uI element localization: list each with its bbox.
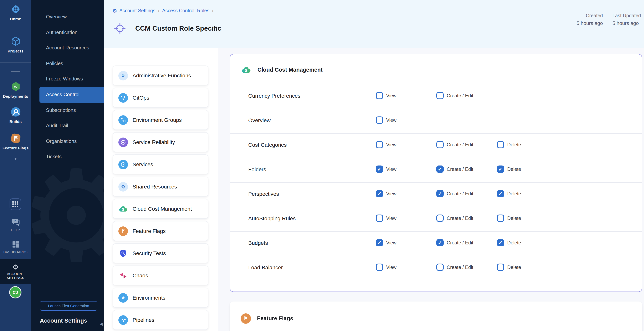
page-header: ⚙ Account Settings › Access Control: Rol… — [104, 0, 644, 48]
breadcrumb-link-account-settings[interactable]: Account Settings — [119, 8, 155, 14]
checkbox-load-balancer-create-edit[interactable]: Create / Edit — [436, 264, 473, 271]
gitops-icon — [118, 93, 128, 102]
checkbox-perspectives-delete[interactable]: ✓Delete — [497, 190, 521, 197]
checkbox-overview-view[interactable]: View — [376, 116, 396, 124]
checkbox-checked-icon: ✓ — [497, 190, 504, 197]
resource-item-shared-resources[interactable]: Shared Resources — [113, 176, 208, 196]
resource-item-label: Service Reliability — [132, 139, 175, 145]
checkbox-autostopping-rules-delete[interactable]: Delete — [497, 214, 521, 222]
resource-item-label: Environment Groups — [132, 117, 182, 123]
rail-item-dashboards[interactable]: DASHBOARDS — [0, 240, 31, 254]
breadcrumb-separator: › — [212, 8, 214, 14]
checkbox-label: Delete — [507, 166, 521, 172]
checkbox-checked-icon: ✓ — [436, 239, 444, 246]
chevron-down-icon[interactable]: ▾ — [0, 156, 31, 161]
permission-row-budgets: Budgets✓View✓Create / Edit✓Delete — [230, 232, 642, 256]
resource-item-service-reliability[interactable]: Service Reliability — [113, 132, 208, 152]
sidebar-item-policies[interactable]: Policies — [31, 56, 104, 72]
breadcrumb-link-roles[interactable]: Access Control: Roles — [162, 8, 209, 14]
checkbox-checked-icon: ✓ — [376, 166, 383, 173]
checkbox-label: Delete — [507, 216, 521, 221]
checkbox-autostopping-rules-create-edit[interactable]: Create / Edit — [436, 214, 473, 222]
checkbox-folders-view[interactable]: ✓View — [376, 166, 396, 173]
resource-item-label: Pipelines — [132, 317, 154, 323]
checkbox-label: Create / Edit — [447, 166, 473, 172]
sidebar-item-organizations[interactable]: Organizations — [31, 134, 104, 149]
breadcrumb-gear-icon: ⚙ — [112, 8, 117, 14]
permission-row-cost-categories: Cost CategoriesViewCreate / EditDelete — [230, 133, 642, 158]
resource-item-chaos[interactable]: Chaos — [113, 266, 208, 286]
resource-item-services[interactable]: Services — [113, 154, 208, 174]
checkbox-label: Create / Edit — [447, 216, 473, 221]
rail-builds-label: Builds — [10, 119, 22, 124]
resource-item-label: Security Tests — [132, 250, 166, 256]
resource-item-environments[interactable]: Environments — [113, 288, 208, 308]
checkbox-currency-preferences-create-edit[interactable]: Create / Edit — [436, 92, 473, 99]
checkbox-label: Create / Edit — [447, 240, 473, 246]
checkbox-folders-delete[interactable]: ✓Delete — [497, 166, 521, 173]
permission-row-load-balancer: Load BalancerViewCreate / EditDelete — [230, 256, 642, 280]
svg-text:$: $ — [122, 207, 124, 211]
sidebar-collapse-icon[interactable]: ◀ — [100, 322, 103, 326]
sidebar-item-subscriptions[interactable]: Subscriptions — [31, 102, 104, 118]
sidebar-item-overview[interactable]: Overview — [31, 9, 104, 25]
checkbox-label: View — [386, 191, 396, 196]
sidebar-item-tickets[interactable]: Tickets — [31, 149, 104, 165]
resource-item-feature-flags[interactable]: Feature Flags — [113, 221, 208, 241]
resource-item-environment-groups[interactable]: Environment Groups — [113, 110, 208, 130]
resource-item-administrative-functions[interactable]: ⚙Administrative Functions — [113, 66, 208, 86]
checkbox-label: Create / Edit — [447, 264, 473, 270]
checkbox-budgets-delete[interactable]: ✓Delete — [497, 239, 521, 246]
sidebar-item-freeze-windows[interactable]: Freeze Windows — [31, 72, 104, 87]
sidebar-item-access-control[interactable]: Access Control — [40, 87, 104, 102]
sidebar-nav: OverviewAuthenticationAccount ResourcesP… — [31, 9, 104, 165]
permission-row-currency-preferences: Currency PreferencesViewCreate / Edit — [230, 85, 642, 109]
shared-resources-icon — [118, 182, 128, 191]
rail-item-projects[interactable]: Projects — [0, 36, 31, 53]
checkbox-perspectives-view[interactable]: ✓View — [376, 190, 396, 197]
rail-item-account-settings[interactable]: ⚙ ACCOUNTSETTINGS — [0, 259, 31, 284]
rail-projects-label: Projects — [8, 49, 24, 53]
sidebar-item-account-resources[interactable]: Account Resources — [31, 40, 104, 56]
resource-item-label: Cloud Cost Management — [132, 206, 192, 212]
checkbox-perspectives-create-edit[interactable]: ✓Create / Edit — [436, 190, 473, 197]
checkbox-label: View — [386, 240, 396, 246]
checkbox-folders-create-edit[interactable]: ✓Create / Edit — [436, 166, 473, 173]
rail-drag-handle[interactable] — [11, 71, 20, 72]
checkbox-checked-icon: ✓ — [497, 166, 504, 173]
rail-item-feature-flags[interactable]: Feature Flags — [0, 132, 31, 150]
checkbox-currency-preferences-view[interactable]: View — [376, 92, 396, 99]
permission-row-label: Budgets — [248, 240, 268, 246]
checkbox-autostopping-rules-view[interactable]: View — [376, 214, 396, 222]
resource-item-pipelines[interactable]: Pipelines — [113, 310, 208, 330]
rail-item-builds[interactable]: Builds — [0, 106, 31, 124]
resource-item-cloud-cost-management[interactable]: $Cloud Cost Management — [113, 199, 208, 219]
title-row: CCM Custom Role Specific — [114, 22, 221, 34]
checkbox-budgets-create-edit[interactable]: ✓Create / Edit — [436, 239, 473, 246]
checkbox-load-balancer-view[interactable]: View — [376, 264, 396, 271]
launch-first-generation-button[interactable]: Launch First Generation — [40, 301, 97, 311]
rail-item-home[interactable]: Home — [0, 4, 31, 21]
checkbox-cost-categories-create-edit[interactable]: Create / Edit — [436, 141, 473, 148]
sidebar-item-authentication[interactable]: Authentication — [31, 25, 104, 40]
chaos-icon — [118, 271, 128, 280]
checkbox-load-balancer-delete[interactable]: Delete — [497, 264, 521, 271]
feature-flags-section-icon: ⚑ — [240, 313, 251, 324]
module-picker-button[interactable] — [10, 198, 21, 210]
resource-item-gitops[interactable]: GitOps — [113, 88, 208, 108]
avatar[interactable]: CJ — [10, 287, 21, 298]
checkbox-label: Delete — [507, 264, 521, 270]
rail-item-help[interactable]: ? HELP — [0, 217, 31, 232]
created-value: 5 hours ago — [576, 20, 603, 26]
sidebar-item-audit-trail[interactable]: Audit Trail — [31, 118, 104, 134]
checkbox-budgets-view[interactable]: ✓View — [376, 239, 396, 246]
checkbox-unchecked-icon — [436, 214, 444, 222]
rail-item-deployments[interactable]: ∞ Deployments — [0, 81, 31, 98]
created-label: Created — [586, 13, 603, 18]
cloud-cost-management-icon: $ — [241, 64, 251, 75]
resource-item-security-tests[interactable]: Security Tests — [113, 243, 208, 263]
checkbox-cost-categories-view[interactable]: View — [376, 141, 396, 148]
main-content: ⚙ Account Settings › Access Control: Rol… — [104, 0, 644, 331]
service-reliability-icon — [118, 137, 128, 147]
checkbox-cost-categories-delete[interactable]: Delete — [497, 141, 521, 148]
